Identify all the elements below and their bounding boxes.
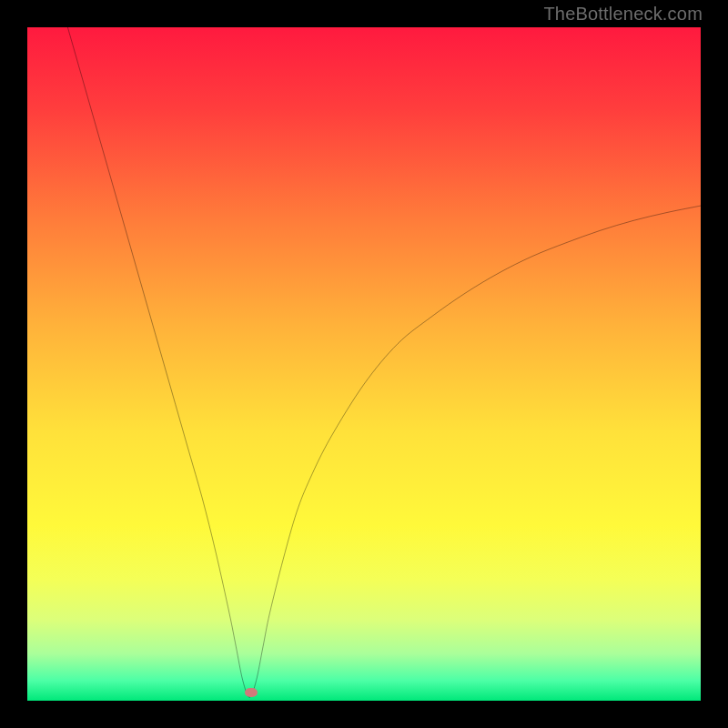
- plot-area: [27, 27, 701, 701]
- watermark-text: TheBottleneck.com: [543, 4, 703, 25]
- bottleneck-curve: [27, 27, 701, 701]
- chart-frame: TheBottleneck.com: [0, 0, 728, 728]
- minimum-marker: [245, 688, 258, 697]
